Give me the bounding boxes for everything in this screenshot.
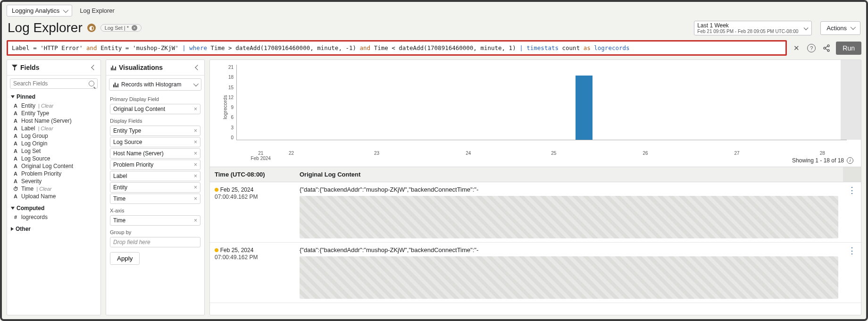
run-button[interactable]: Run	[836, 42, 861, 55]
remove-icon[interactable]: ×	[194, 173, 197, 179]
svg-point-1	[824, 47, 826, 49]
clear-link[interactable]: Clear	[38, 126, 53, 131]
viz-type-select[interactable]: Records with Histogram	[109, 78, 201, 91]
display-field-token[interactable]: Time×	[110, 194, 200, 204]
primary-field-label: Primary Display Field	[106, 93, 204, 103]
clear-link[interactable]: Clear	[38, 103, 53, 109]
chevron-down-icon	[193, 81, 199, 86]
svg-line-4	[826, 49, 827, 50]
display-fields-label: Display Fields	[106, 115, 204, 125]
field-row[interactable]: ALog Source	[9, 155, 99, 162]
collapse-panel-icon[interactable]	[91, 65, 96, 70]
visualizations-panel: Visualizations Records with Histogram Pr…	[106, 59, 205, 315]
remove-icon[interactable]: ×	[194, 139, 197, 145]
remove-icon[interactable]: ×	[194, 106, 197, 112]
table-row[interactable]: Feb 25, 202407:00:49.162 PM{"data":{"bac…	[210, 243, 861, 303]
status-dot	[215, 248, 218, 252]
fields-panel: Fields Pinned AEntityClearAEntity TypeAH…	[7, 59, 101, 315]
groupby-dropzone[interactable]: Drop field here	[110, 237, 200, 247]
xaxis-input[interactable]: Time ×	[110, 215, 200, 226]
filter-icon	[12, 65, 17, 70]
field-row[interactable]: ALog Origin	[9, 140, 99, 147]
remove-icon[interactable]: ×	[194, 127, 197, 134]
display-field-token[interactable]: Host Name (Server)×	[110, 148, 200, 159]
search-icon	[89, 81, 94, 86]
app-select-label: Logging Analytics	[12, 7, 59, 14]
clear-link[interactable]: Clear	[36, 186, 51, 192]
col-actions	[843, 167, 861, 182]
clear-query-icon[interactable]: ✕	[791, 42, 802, 54]
display-field-token[interactable]: Problem Priority×	[110, 160, 200, 170]
info-icon[interactable]: i	[847, 157, 853, 164]
remove-icon[interactable]: ×	[194, 161, 197, 168]
remove-icon[interactable]: ×	[194, 184, 197, 191]
pinned-section-toggle[interactable]: Pinned	[7, 92, 100, 102]
breadcrumb[interactable]: Log Explorer	[80, 7, 115, 14]
display-field-token[interactable]: Label×	[110, 171, 200, 181]
field-row[interactable]: ASeverity	[9, 177, 99, 185]
showing-text: Showing 1 - 18 of 18	[792, 157, 844, 164]
fields-search-input[interactable]	[10, 78, 98, 89]
log-content: {"data":{"backendAddr":"mushop-ZKjW","ba…	[300, 246, 838, 253]
xaxis-label: X-axis	[106, 205, 204, 214]
chart-bar[interactable]	[576, 76, 593, 140]
close-icon[interactable]: ×	[132, 25, 137, 31]
page-title: Log Explorer	[8, 20, 83, 35]
svg-point-2	[827, 50, 829, 51]
kebab-menu-icon[interactable]: ⋮	[848, 246, 856, 255]
histogram-icon	[113, 82, 118, 87]
field-row[interactable]: AUpload Name	[9, 193, 99, 200]
time-range-select[interactable]: Last 1 Week Feb 21 09:05 PM - Feb 28 09:…	[694, 21, 812, 35]
other-section-toggle[interactable]: Other	[7, 224, 100, 234]
query-input[interactable]: Label = 'HTTP Error' and Entity = 'musho…	[7, 40, 787, 56]
globe-icon: ◐	[87, 24, 96, 32]
groupby-label: Group by	[106, 227, 204, 236]
apply-button[interactable]: Apply	[110, 252, 140, 265]
display-field-token[interactable]: Log Source×	[110, 137, 200, 147]
field-row[interactable]: AEntity Type	[9, 110, 99, 117]
field-row[interactable]: ALog Group	[9, 132, 99, 140]
field-row[interactable]: #logrecords	[9, 213, 99, 221]
display-field-token[interactable]: Entity Type×	[110, 126, 200, 136]
collapse-panel-icon[interactable]	[195, 65, 200, 70]
computed-section-toggle[interactable]: Computed	[7, 203, 100, 213]
remove-icon[interactable]: ×	[194, 195, 197, 202]
chevron-down-icon	[11, 95, 15, 98]
chevron-down-icon	[63, 7, 68, 12]
col-time[interactable]: Time (UTC-08:00)	[210, 167, 295, 182]
svg-point-0	[827, 45, 829, 47]
field-row[interactable]: AEntityClear	[9, 102, 99, 110]
status-dot	[215, 188, 218, 192]
chart-icon	[111, 65, 116, 70]
chevron-right-icon	[11, 227, 14, 231]
field-row[interactable]: ALog Set	[9, 147, 99, 155]
logset-pill[interactable]: Log Set | * ×	[100, 24, 142, 32]
field-row[interactable]: AProblem Priority	[9, 170, 99, 177]
remove-icon[interactable]: ×	[194, 217, 197, 224]
results-table: Time (UTC-08:00) Original Log Content Fe…	[210, 167, 861, 303]
redacted-block	[300, 256, 838, 299]
remove-icon[interactable]: ×	[194, 150, 197, 157]
field-row[interactable]: ⏱TimeClear	[9, 185, 99, 193]
share-icon[interactable]	[821, 42, 832, 54]
app-select[interactable]: Logging Analytics	[7, 5, 72, 17]
chart-ghost-region	[841, 60, 861, 140]
kebab-menu-icon[interactable]: ⋮	[848, 186, 856, 195]
col-content[interactable]: Original Log Content	[295, 167, 843, 182]
svg-line-3	[826, 46, 827, 48]
table-row[interactable]: Feb 25, 202407:00:49.162 PM{"data":{"bac…	[210, 182, 861, 243]
chevron-down-icon	[11, 207, 15, 210]
field-row[interactable]: ALabelClear	[9, 125, 99, 132]
log-content: {"data":{"backendAddr":"mushop-ZKjW","ba…	[300, 186, 838, 193]
redacted-block	[300, 196, 838, 238]
chevron-down-icon	[851, 25, 856, 30]
field-row[interactable]: AHost Name (Server)	[9, 117, 99, 125]
help-icon[interactable]: ?	[806, 42, 817, 54]
primary-field-input[interactable]: Original Log Content ×	[110, 104, 200, 114]
histogram-chart[interactable]: logrecords 211815129630 21Feb 2024222324…	[210, 60, 861, 154]
actions-button[interactable]: Actions	[820, 21, 860, 35]
field-row[interactable]: AOriginal Log Content	[9, 162, 99, 170]
results-panel: logrecords 211815129630 21Feb 2024222324…	[209, 59, 861, 315]
display-field-token[interactable]: Entity×	[110, 182, 200, 193]
